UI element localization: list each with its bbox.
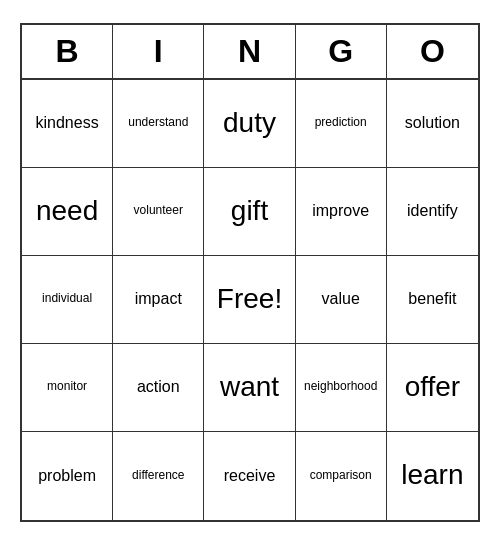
cell-label: impact (135, 290, 182, 308)
bingo-card: BINGO kindnessunderstanddutypredictionso… (20, 23, 480, 522)
bingo-header: BINGO (22, 25, 478, 80)
bingo-cell: neighborhood (296, 344, 387, 432)
bingo-cell: solution (387, 80, 478, 168)
cell-label: Free! (217, 284, 282, 315)
bingo-cell: comparison (296, 432, 387, 520)
bingo-cell: learn (387, 432, 478, 520)
bingo-cell: kindness (22, 80, 113, 168)
cell-label: value (322, 290, 360, 308)
cell-label: duty (223, 108, 276, 139)
cell-label: individual (42, 292, 92, 305)
cell-label: solution (405, 114, 460, 132)
bingo-cell: want (204, 344, 295, 432)
bingo-header-letter: O (387, 25, 478, 78)
bingo-cell: receive (204, 432, 295, 520)
bingo-cell: improve (296, 168, 387, 256)
bingo-cell: benefit (387, 256, 478, 344)
bingo-cell: duty (204, 80, 295, 168)
cell-label: problem (38, 467, 96, 485)
bingo-header-letter: I (113, 25, 204, 78)
cell-label: identify (407, 202, 458, 220)
bingo-cell: individual (22, 256, 113, 344)
bingo-header-letter: B (22, 25, 113, 78)
cell-label: neighborhood (304, 380, 377, 393)
bingo-cell: volunteer (113, 168, 204, 256)
cell-label: understand (128, 116, 188, 129)
bingo-cell: difference (113, 432, 204, 520)
bingo-cell: action (113, 344, 204, 432)
bingo-cell: impact (113, 256, 204, 344)
cell-label: learn (401, 460, 463, 491)
bingo-cell: Free! (204, 256, 295, 344)
cell-label: action (137, 378, 180, 396)
cell-label: receive (224, 467, 276, 485)
bingo-header-letter: N (204, 25, 295, 78)
cell-label: kindness (36, 114, 99, 132)
cell-label: offer (405, 372, 461, 403)
bingo-header-letter: G (296, 25, 387, 78)
cell-label: monitor (47, 380, 87, 393)
cell-label: gift (231, 196, 268, 227)
cell-label: benefit (408, 290, 456, 308)
bingo-cell: value (296, 256, 387, 344)
cell-label: prediction (315, 116, 367, 129)
bingo-cell: identify (387, 168, 478, 256)
cell-label: want (220, 372, 279, 403)
bingo-grid: kindnessunderstanddutypredictionsolution… (22, 80, 478, 520)
cell-label: need (36, 196, 98, 227)
cell-label: improve (312, 202, 369, 220)
bingo-cell: gift (204, 168, 295, 256)
bingo-cell: offer (387, 344, 478, 432)
bingo-cell: need (22, 168, 113, 256)
cell-label: difference (132, 469, 184, 482)
bingo-cell: monitor (22, 344, 113, 432)
bingo-cell: understand (113, 80, 204, 168)
bingo-cell: prediction (296, 80, 387, 168)
cell-label: comparison (310, 469, 372, 482)
cell-label: volunteer (134, 204, 183, 217)
bingo-cell: problem (22, 432, 113, 520)
